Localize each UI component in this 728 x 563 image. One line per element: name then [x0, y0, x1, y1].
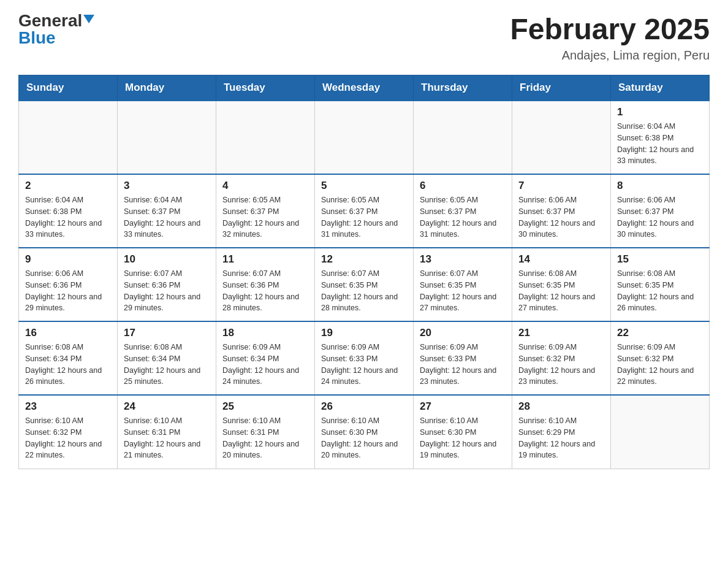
location: Andajes, Lima region, Peru — [510, 48, 710, 63]
calendar-cell: 8Sunrise: 6:06 AM Sunset: 6:37 PM Daylig… — [611, 174, 710, 248]
calendar-cell: 23Sunrise: 6:10 AM Sunset: 6:32 PM Dayli… — [19, 395, 118, 469]
title-section: February 2025 Andajes, Lima region, Peru — [510, 12, 710, 63]
day-number: 13 — [420, 253, 506, 266]
calendar-cell: 22Sunrise: 6:09 AM Sunset: 6:32 PM Dayli… — [611, 321, 710, 395]
day-info: Sunrise: 6:10 AM Sunset: 6:29 PM Dayligh… — [518, 415, 604, 461]
day-number: 12 — [321, 253, 407, 266]
calendar-cell — [611, 395, 710, 469]
calendar-cell — [315, 101, 414, 174]
calendar-header: SundayMondayTuesdayWednesdayThursdayFrid… — [19, 75, 710, 101]
calendar-cell: 15Sunrise: 6:08 AM Sunset: 6:35 PM Dayli… — [611, 248, 710, 321]
day-header-tuesday: Tuesday — [216, 75, 315, 101]
calendar-cell — [19, 101, 118, 174]
calendar-cell: 19Sunrise: 6:09 AM Sunset: 6:33 PM Dayli… — [315, 321, 414, 395]
day-info: Sunrise: 6:09 AM Sunset: 6:32 PM Dayligh… — [518, 342, 604, 388]
calendar-cell: 11Sunrise: 6:07 AM Sunset: 6:36 PM Dayli… — [216, 248, 315, 321]
day-info: Sunrise: 6:04 AM Sunset: 6:38 PM Dayligh… — [25, 194, 111, 240]
day-info: Sunrise: 6:10 AM Sunset: 6:32 PM Dayligh… — [25, 415, 111, 461]
day-number: 2 — [25, 180, 111, 192]
day-info: Sunrise: 6:05 AM Sunset: 6:37 PM Dayligh… — [321, 194, 407, 240]
calendar-cell: 18Sunrise: 6:09 AM Sunset: 6:34 PM Dayli… — [216, 321, 315, 395]
day-info: Sunrise: 6:04 AM Sunset: 6:38 PM Dayligh… — [617, 121, 703, 167]
calendar-cell: 10Sunrise: 6:07 AM Sunset: 6:36 PM Dayli… — [118, 248, 216, 321]
calendar-cell — [216, 101, 315, 174]
day-header-sunday: Sunday — [19, 75, 118, 101]
logo-arrow-icon — [83, 15, 94, 26]
calendar-cell: 3Sunrise: 6:04 AM Sunset: 6:37 PM Daylig… — [118, 174, 216, 248]
calendar-cell: 12Sunrise: 6:07 AM Sunset: 6:35 PM Dayli… — [315, 248, 414, 321]
day-number: 19 — [321, 327, 407, 339]
calendar-week-4: 23Sunrise: 6:10 AM Sunset: 6:32 PM Dayli… — [19, 395, 710, 469]
day-info: Sunrise: 6:09 AM Sunset: 6:34 PM Dayligh… — [222, 342, 308, 388]
calendar-cell: 6Sunrise: 6:05 AM Sunset: 6:37 PM Daylig… — [414, 174, 512, 248]
day-info: Sunrise: 6:10 AM Sunset: 6:30 PM Dayligh… — [420, 415, 506, 461]
day-info: Sunrise: 6:06 AM Sunset: 6:36 PM Dayligh… — [25, 268, 111, 314]
day-info: Sunrise: 6:10 AM Sunset: 6:31 PM Dayligh… — [222, 415, 308, 461]
day-number: 24 — [124, 400, 210, 413]
calendar-cell: 4Sunrise: 6:05 AM Sunset: 6:37 PM Daylig… — [216, 174, 315, 248]
day-number: 18 — [222, 327, 308, 339]
day-number: 1 — [617, 106, 703, 118]
calendar-cell: 27Sunrise: 6:10 AM Sunset: 6:30 PM Dayli… — [414, 395, 512, 469]
day-info: Sunrise: 6:06 AM Sunset: 6:37 PM Dayligh… — [518, 194, 604, 240]
day-info: Sunrise: 6:07 AM Sunset: 6:36 PM Dayligh… — [222, 268, 308, 314]
calendar-table: SundayMondayTuesdayWednesdayThursdayFrid… — [18, 75, 710, 469]
calendar-cell: 17Sunrise: 6:08 AM Sunset: 6:34 PM Dayli… — [118, 321, 216, 395]
calendar-cell: 2Sunrise: 6:04 AM Sunset: 6:38 PM Daylig… — [19, 174, 118, 248]
day-number: 10 — [124, 253, 210, 266]
day-info: Sunrise: 6:05 AM Sunset: 6:37 PM Dayligh… — [222, 194, 308, 240]
day-info: Sunrise: 6:09 AM Sunset: 6:32 PM Dayligh… — [617, 342, 703, 388]
day-info: Sunrise: 6:10 AM Sunset: 6:30 PM Dayligh… — [321, 415, 407, 461]
calendar-week-0: 1Sunrise: 6:04 AM Sunset: 6:38 PM Daylig… — [19, 101, 710, 174]
day-info: Sunrise: 6:05 AM Sunset: 6:37 PM Dayligh… — [420, 194, 506, 240]
day-number: 17 — [124, 327, 210, 339]
day-info: Sunrise: 6:09 AM Sunset: 6:33 PM Dayligh… — [321, 342, 407, 388]
calendar-cell — [512, 101, 611, 174]
day-number: 7 — [518, 180, 604, 192]
day-number: 8 — [617, 180, 703, 192]
month-title: February 2025 — [510, 12, 710, 46]
calendar-cell: 13Sunrise: 6:07 AM Sunset: 6:35 PM Dayli… — [414, 248, 512, 321]
day-number: 11 — [222, 253, 308, 266]
calendar-cell: 25Sunrise: 6:10 AM Sunset: 6:31 PM Dayli… — [216, 395, 315, 469]
day-number: 5 — [321, 180, 407, 192]
calendar-cell: 26Sunrise: 6:10 AM Sunset: 6:30 PM Dayli… — [315, 395, 414, 469]
svg-marker-0 — [83, 15, 94, 23]
day-number: 16 — [25, 327, 111, 339]
day-number: 20 — [420, 327, 506, 339]
day-number: 27 — [420, 400, 506, 413]
day-header-thursday: Thursday — [414, 75, 512, 101]
calendar-cell: 14Sunrise: 6:08 AM Sunset: 6:35 PM Dayli… — [512, 248, 611, 321]
day-info: Sunrise: 6:07 AM Sunset: 6:35 PM Dayligh… — [420, 268, 506, 314]
calendar-cell: 20Sunrise: 6:09 AM Sunset: 6:33 PM Dayli… — [414, 321, 512, 395]
calendar-week-3: 16Sunrise: 6:08 AM Sunset: 6:34 PM Dayli… — [19, 321, 710, 395]
day-info: Sunrise: 6:08 AM Sunset: 6:35 PM Dayligh… — [518, 268, 604, 314]
page-header: General Blue February 2025 Andajes, Lima… — [18, 12, 710, 63]
day-info: Sunrise: 6:10 AM Sunset: 6:31 PM Dayligh… — [124, 415, 210, 461]
day-number: 4 — [222, 180, 308, 192]
calendar-body: 1Sunrise: 6:04 AM Sunset: 6:38 PM Daylig… — [19, 101, 710, 469]
day-number: 3 — [124, 180, 210, 192]
calendar-week-1: 2Sunrise: 6:04 AM Sunset: 6:38 PM Daylig… — [19, 174, 710, 248]
calendar-cell: 16Sunrise: 6:08 AM Sunset: 6:34 PM Dayli… — [19, 321, 118, 395]
day-header-saturday: Saturday — [611, 75, 710, 101]
calendar-cell: 7Sunrise: 6:06 AM Sunset: 6:37 PM Daylig… — [512, 174, 611, 248]
day-number: 22 — [617, 327, 703, 339]
day-header-monday: Monday — [118, 75, 216, 101]
logo-blue: Blue — [18, 29, 56, 47]
logo: General Blue — [18, 12, 94, 47]
calendar-cell: 28Sunrise: 6:10 AM Sunset: 6:29 PM Dayli… — [512, 395, 611, 469]
day-number: 28 — [518, 400, 604, 413]
calendar-cell — [414, 101, 512, 174]
day-number: 9 — [25, 253, 111, 266]
logo-general: General — [18, 12, 82, 29]
day-number: 15 — [617, 253, 703, 266]
day-header-friday: Friday — [512, 75, 611, 101]
day-number: 6 — [420, 180, 506, 192]
day-number: 26 — [321, 400, 407, 413]
calendar-week-2: 9Sunrise: 6:06 AM Sunset: 6:36 PM Daylig… — [19, 248, 710, 321]
calendar-cell: 1Sunrise: 6:04 AM Sunset: 6:38 PM Daylig… — [611, 101, 710, 174]
calendar-cell: 5Sunrise: 6:05 AM Sunset: 6:37 PM Daylig… — [315, 174, 414, 248]
day-number: 23 — [25, 400, 111, 413]
day-header-wednesday: Wednesday — [315, 75, 414, 101]
